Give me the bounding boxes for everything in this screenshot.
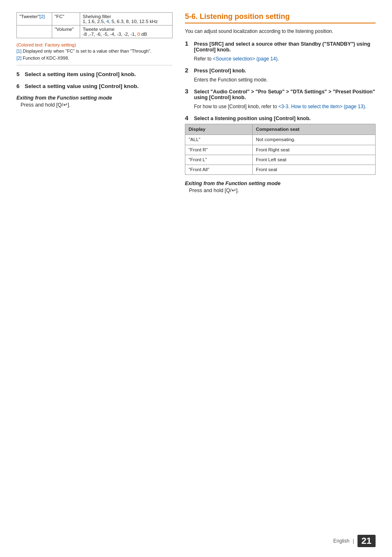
- footer-separator: |: [353, 538, 354, 544]
- footnote-1: [1] Displayed only when "FC" is set to a…: [16, 48, 173, 54]
- left-column: "Tweeter"[2] "FC" Shelving filter 1, 1.6…: [16, 12, 173, 541]
- pos-table-header-display: Display: [185, 124, 253, 135]
- pos-table-header-row: Display Compensation seat: [185, 124, 376, 135]
- page-number: 21: [357, 535, 376, 547]
- step-2-block: 2 Press [Control] knob. Enters the Funct…: [185, 67, 376, 84]
- step-2-bold: Press [Control] knob.: [194, 68, 246, 74]
- step-5-text: Select a setting item using [Control] kn…: [25, 71, 136, 77]
- ref-num-2: [2]: [39, 14, 45, 19]
- step-2-number: 2: [185, 67, 191, 74]
- step-6-text: Select a setting value using [Control] k…: [25, 83, 139, 89]
- table-cell-fc: "FC": [52, 13, 80, 26]
- exiting-left-block: Exiting from the Function setting mode P…: [16, 95, 173, 108]
- step-1-body: Refer to <Source selection> (page 14).: [194, 55, 376, 63]
- footnote-2: [2] Function of KDC-X998.: [16, 55, 173, 61]
- pos-table-header-compensation: Compensation seat: [252, 124, 375, 135]
- table-row: "Front L" Front Left seat: [185, 155, 376, 165]
- intro-text: You can adjust sound localization accord…: [185, 28, 376, 35]
- table-cell-shelving: Shelving filter 1, 1.6, 2.5, 4, 5, 6.3, …: [80, 13, 173, 26]
- pos-display-frontall: "Front All": [185, 165, 253, 175]
- highlight-zero: 0: [137, 32, 140, 37]
- right-column: 5-6. Listening position setting You can …: [185, 12, 376, 541]
- step-5-block: 5 Select a setting item using [Control] …: [16, 71, 173, 77]
- table-cell-tweeter: "Tweeter"[2]: [17, 13, 52, 26]
- step-6-number: 6: [16, 83, 22, 89]
- section-title: 5-6. Listening position setting: [185, 12, 376, 23]
- step-5-number: 5: [16, 71, 22, 77]
- step-4-body: Display Compensation seat "ALL" Not comp…: [185, 124, 376, 175]
- exiting-left-body: Press and hold [Q/↵].: [21, 102, 173, 108]
- step-4-bold: Select a listening position using [Contr…: [194, 116, 311, 121]
- pos-comp-frontr: Front Right seat: [252, 145, 375, 155]
- position-table: Display Compensation seat "ALL" Not comp…: [185, 124, 376, 175]
- step-4-number: 4: [185, 114, 191, 121]
- page: "Tweeter"[2] "FC" Shelving filter 1, 1.6…: [0, 0, 392, 557]
- step-1-bold: Press [SRC] and select a source other th…: [194, 41, 376, 53]
- step-3-block: 3 Select "Audio Control" > "Pro Setup" >…: [185, 88, 376, 110]
- table-row: "ALL" Not compensating.: [185, 135, 376, 145]
- settings-table: "Tweeter"[2] "FC" Shelving filter 1, 1.6…: [16, 12, 173, 38]
- table-cell-tweete-volume: Tweete volume -8 ,-7, -6, -5, -4, -3, -2…: [80, 26, 173, 38]
- step-3-link[interactable]: <3-3. How to select the item> (page 13): [278, 104, 365, 109]
- divider: [16, 65, 173, 65]
- step-2-body: Enters the Function setting mode.: [194, 76, 376, 84]
- step-5-heading: 5 Select a setting item using [Control] …: [16, 71, 173, 77]
- pos-comp-frontl: Front Left seat: [252, 155, 375, 165]
- step-3-heading: 3 Select "Audio Control" > "Pro Setup" >…: [185, 88, 376, 100]
- step-1-block: 1 Press [SRC] and select a source other …: [185, 40, 376, 63]
- step-4-block: 4 Select a listening position using [Con…: [185, 114, 376, 175]
- ref-bracket-1: [1]: [16, 49, 21, 53]
- step-4-heading: 4 Select a listening position using [Con…: [185, 114, 376, 121]
- table-row: "Volume" Tweete volume -8 ,-7, -6, -5, -…: [17, 26, 173, 38]
- pos-comp-frontall: Front seat: [252, 165, 375, 175]
- pos-display-all: "ALL": [185, 135, 253, 145]
- ref-bracket-2: [2]: [16, 56, 21, 60]
- exiting-right-body: Press and hold [Q/↵].: [189, 187, 376, 193]
- page-footer: English | 21: [333, 535, 376, 547]
- step-3-body: For how to use [Control] knob, refer to …: [194, 103, 376, 110]
- highlight-4: 4: [106, 19, 109, 24]
- pos-display-frontl: "Front L": [185, 155, 253, 165]
- exiting-right-heading: Exiting from the Function setting mode: [185, 181, 376, 186]
- exiting-right-block: Exiting from the Function setting mode P…: [185, 181, 376, 193]
- step-6-heading: 6 Select a setting value using [Control]…: [16, 83, 173, 89]
- table-row: "Front R" Front Right seat: [185, 145, 376, 155]
- step-3-number: 3: [185, 88, 191, 95]
- footer-language: English: [333, 538, 349, 544]
- step-1-link[interactable]: <Source selection> (page 14): [213, 56, 277, 62]
- pos-display-frontr: "Front R": [185, 145, 253, 155]
- table-cell-empty: [17, 26, 52, 38]
- step-2-heading: 2 Press [Control] knob.: [185, 67, 376, 74]
- step-3-bold: Select "Audio Control" > "Pro Setup" > "…: [194, 89, 376, 100]
- colored-text-note: (Colored text: Factory setting): [16, 42, 173, 47]
- footnotes-area: (Colored text: Factory setting) [1] Disp…: [16, 42, 173, 62]
- table-cell-volume: "Volume": [52, 26, 80, 38]
- step-1-heading: 1 Press [SRC] and select a source other …: [185, 40, 376, 53]
- pos-comp-all: Not compensating.: [252, 135, 375, 145]
- exiting-left-heading: Exiting from the Function setting mode: [16, 95, 173, 101]
- table-row: "Tweeter"[2] "FC" Shelving filter 1, 1.6…: [17, 13, 173, 26]
- step-6-block: 6 Select a setting value using [Control]…: [16, 83, 173, 89]
- step-1-number: 1: [185, 40, 191, 47]
- table-row: "Front All" Front seat: [185, 165, 376, 175]
